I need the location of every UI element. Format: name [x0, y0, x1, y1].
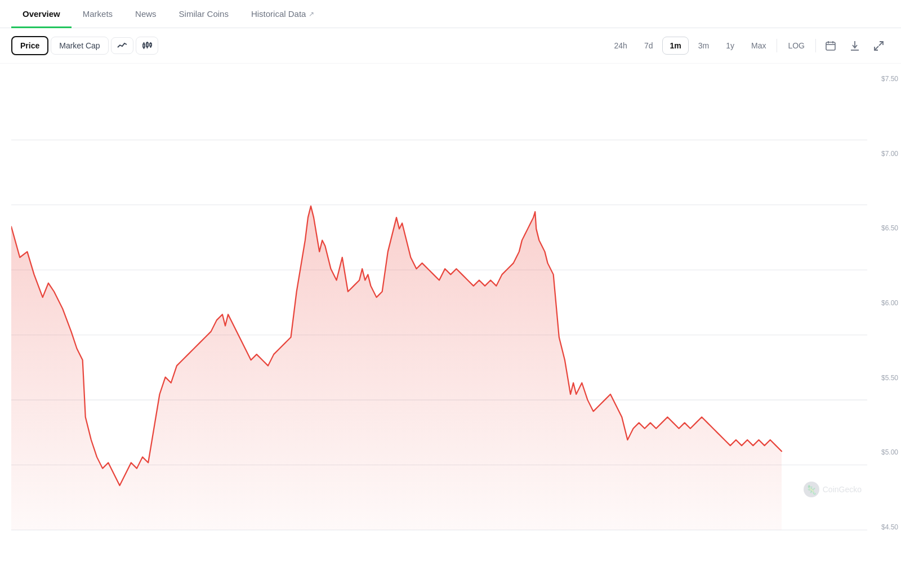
- watermark-label: CoinGecko: [823, 485, 862, 494]
- line-chart-icon[interactable]: [111, 37, 133, 54]
- time-button-group: 24h 7d 1m 3m 1y Max LOG: [607, 36, 890, 55]
- y-label-750: $7.50: [881, 75, 898, 83]
- coingecko-logo: 🦎: [804, 482, 819, 497]
- y-label-450: $4.50: [881, 523, 898, 531]
- calendar-button[interactable]: [819, 36, 842, 55]
- tab-markets[interactable]: Markets: [72, 0, 124, 28]
- y-label-650: $6.50: [881, 224, 898, 232]
- svg-line-16: [875, 46, 878, 50]
- market-cap-button[interactable]: Market Cap: [51, 37, 108, 55]
- tab-similar-coins[interactable]: Similar Coins: [168, 0, 240, 28]
- toolbar-separator: [777, 39, 777, 52]
- expand-button[interactable]: [868, 37, 890, 55]
- svg-rect-0: [143, 44, 145, 47]
- toolbar: Price Market Cap 24h 7d 1m 3m 1y: [0, 28, 901, 64]
- time-3m[interactable]: 3m: [691, 37, 716, 55]
- time-1m[interactable]: 1m: [662, 37, 688, 55]
- watermark: 🦎 CoinGecko: [804, 482, 862, 497]
- candle-chart-icon[interactable]: [136, 37, 158, 55]
- y-label-700: $7.00: [881, 150, 898, 158]
- y-label-600: $6.00: [881, 299, 898, 307]
- time-max[interactable]: Max: [744, 37, 773, 55]
- svg-rect-6: [150, 43, 151, 46]
- log-button[interactable]: LOG: [780, 37, 812, 55]
- time-7d[interactable]: 7d: [637, 37, 661, 55]
- metric-button-group: Price Market Cap: [11, 36, 604, 55]
- chart-container: $7.50 $7.00 $6.50 $6.00 $5.50 $5.00 $4.5…: [0, 64, 901, 554]
- svg-rect-9: [826, 42, 835, 50]
- y-label-550: $5.50: [881, 374, 898, 382]
- svg-rect-3: [146, 43, 148, 47]
- chart-inner: $7.50 $7.00 $6.50 $6.00 $5.50 $5.00 $4.5…: [11, 75, 867, 531]
- toolbar-separator-2: [815, 39, 816, 52]
- tab-bar: Overview Markets News Similar Coins Hist…: [0, 0, 901, 28]
- time-24h[interactable]: 24h: [607, 37, 635, 55]
- tab-overview[interactable]: Overview: [11, 0, 72, 28]
- download-button[interactable]: [844, 36, 866, 55]
- y-label-500: $5.00: [881, 448, 898, 456]
- tab-news[interactable]: News: [124, 0, 168, 28]
- price-button[interactable]: Price: [11, 36, 48, 55]
- svg-line-15: [879, 42, 883, 46]
- price-chart-svg: [11, 75, 867, 531]
- tab-historical-data[interactable]: Historical Data ↗: [240, 0, 326, 28]
- time-1y[interactable]: 1y: [719, 37, 742, 55]
- y-axis: $7.50 $7.00 $6.50 $6.00 $5.50 $5.00 $4.5…: [881, 75, 898, 531]
- external-link-icon: ↗: [309, 10, 314, 18]
